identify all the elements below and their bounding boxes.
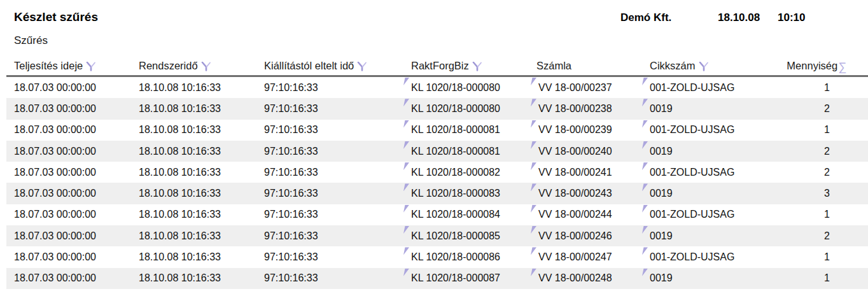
table-header-row: Teljesítés ideje Rendszeridő Kiállítástó… bbox=[6, 51, 868, 75]
cell-teljesites-ideje: 18.07.03 00:00:00 bbox=[6, 141, 125, 162]
cell-marker-icon[interactable] bbox=[531, 78, 536, 85]
filter-icon[interactable] bbox=[201, 62, 211, 71]
cell-cikkszam[interactable]: 0019 bbox=[640, 225, 767, 246]
cell-mennyiseg: 2 bbox=[767, 225, 868, 246]
filter-icon[interactable] bbox=[357, 62, 367, 71]
cell-marker-icon[interactable] bbox=[531, 247, 536, 255]
cell-marker-icon[interactable] bbox=[403, 99, 409, 106]
cell-cikkszam[interactable]: 001-ZOLD-UJSAG bbox=[640, 162, 767, 183]
cell-raktforgbiz[interactable]: KL 1020/18-000081 bbox=[401, 141, 528, 162]
cell-marker-icon[interactable] bbox=[642, 78, 648, 85]
cell-marker-icon[interactable] bbox=[642, 269, 648, 276]
cell-cikkszam[interactable]: 0019 bbox=[640, 268, 767, 289]
column-header-mennyiseg[interactable]: Mennyiség ∑ bbox=[767, 60, 868, 75]
cell-cikkszam[interactable]: 001-ZOLD-UJSAG bbox=[640, 246, 767, 267]
column-header-rendszerido[interactable]: Rendszeridő bbox=[125, 60, 249, 75]
table-row: 18.07.03 00:00:00 18.10.08 10:16:33 97:1… bbox=[6, 268, 868, 289]
cell-marker-icon[interactable] bbox=[531, 99, 536, 106]
report-time: 10:10 bbox=[778, 11, 805, 24]
cell-marker-icon[interactable] bbox=[642, 162, 648, 170]
cell-marker-icon[interactable] bbox=[531, 183, 536, 191]
cell-marker-icon[interactable] bbox=[642, 205, 648, 213]
cell-marker-icon[interactable] bbox=[531, 226, 536, 234]
cell-marker-icon[interactable] bbox=[642, 141, 648, 149]
cell-raktforgbiz[interactable]: KL 1020/18-000085 bbox=[401, 225, 528, 246]
cell-szamla[interactable]: VV 18-00/00237 bbox=[528, 77, 640, 98]
cell-marker-icon[interactable] bbox=[403, 141, 409, 149]
cell-marker-icon[interactable] bbox=[403, 269, 409, 276]
column-header-label: RaktForgBiz bbox=[411, 60, 469, 72]
cell-raktforgbiz[interactable]: KL 1020/18-000086 bbox=[401, 246, 528, 267]
cell-marker-icon[interactable] bbox=[403, 120, 409, 128]
cell-teljesites-ideje: 18.07.03 00:00:00 bbox=[6, 120, 125, 141]
column-header-raktforgbiz[interactable]: RaktForgBiz bbox=[401, 60, 528, 75]
cell-marker-icon[interactable] bbox=[642, 120, 648, 128]
cell-marker-icon[interactable] bbox=[403, 247, 409, 255]
table-row: 18.07.03 00:00:00 18.10.08 10:16:33 97:1… bbox=[6, 204, 868, 225]
table-row: 18.07.03 00:00:00 18.10.08 10:16:33 97:1… bbox=[6, 162, 868, 183]
sum-sigma-icon[interactable]: ∑ bbox=[838, 61, 846, 73]
cell-szamla[interactable]: VV 18-00/00243 bbox=[528, 183, 640, 204]
filter-icon[interactable] bbox=[86, 62, 96, 71]
column-header-teljesites-ideje[interactable]: Teljesítés ideje bbox=[6, 60, 125, 75]
cell-teljesites-ideje: 18.07.03 00:00:00 bbox=[6, 183, 125, 204]
table-row: 18.07.03 00:00:00 18.10.08 10:16:33 97:1… bbox=[6, 225, 868, 246]
cell-marker-icon[interactable] bbox=[642, 226, 648, 234]
cell-eltelt-ido: 97:10:16:33 bbox=[249, 98, 401, 119]
cell-eltelt-ido: 97:10:16:33 bbox=[249, 120, 401, 141]
cell-marker-icon[interactable] bbox=[531, 205, 536, 213]
cell-marker-icon[interactable] bbox=[531, 141, 536, 149]
column-header-label: Teljesítés ideje bbox=[14, 60, 83, 72]
cell-raktforgbiz[interactable]: KL 1020/18-000082 bbox=[401, 162, 528, 183]
cell-marker-icon[interactable] bbox=[403, 183, 409, 191]
cell-teljesites-ideje: 18.07.03 00:00:00 bbox=[6, 98, 125, 119]
cell-raktforgbiz[interactable]: KL 1020/18-000087 bbox=[401, 268, 528, 289]
cell-cikkszam[interactable]: 001-ZOLD-UJSAG bbox=[640, 204, 767, 225]
cell-raktforgbiz[interactable]: KL 1020/18-000081 bbox=[401, 120, 528, 141]
cell-eltelt-ido: 97:10:16:33 bbox=[249, 77, 401, 98]
cell-cikkszam[interactable]: 0019 bbox=[640, 183, 767, 204]
filter-icon[interactable] bbox=[472, 62, 482, 71]
table-body: 18.07.03 00:00:00 18.10.08 10:16:33 97:1… bbox=[0, 77, 868, 289]
cell-cikkszam[interactable]: 0019 bbox=[640, 141, 767, 162]
cell-marker-icon[interactable] bbox=[531, 120, 536, 128]
cell-marker-icon[interactable] bbox=[531, 162, 536, 170]
cell-cikkszam[interactable]: 001-ZOLD-UJSAG bbox=[640, 77, 767, 98]
cell-raktforgbiz[interactable]: KL 1020/18-000083 bbox=[401, 183, 528, 204]
cell-marker-icon[interactable] bbox=[403, 205, 409, 213]
cell-rendszerido: 18.10.08 10:16:33 bbox=[125, 183, 249, 204]
table-row: 18.07.03 00:00:00 18.10.08 10:16:33 97:1… bbox=[6, 120, 868, 141]
cell-marker-icon[interactable] bbox=[531, 269, 536, 276]
cell-mennyiseg: 2 bbox=[767, 141, 868, 162]
cell-szamla[interactable]: VV 18-00/00247 bbox=[528, 246, 640, 267]
cell-cikkszam[interactable]: 001-ZOLD-UJSAG bbox=[640, 120, 767, 141]
cell-mennyiseg: 2 bbox=[767, 98, 868, 119]
column-header-cikkszam[interactable]: Cikkszám bbox=[640, 60, 767, 75]
cell-raktforgbiz[interactable]: KL 1020/18-000080 bbox=[401, 98, 528, 119]
cell-marker-icon[interactable] bbox=[642, 247, 648, 255]
cell-szamla[interactable]: VV 18-00/00239 bbox=[528, 120, 640, 141]
cell-szamla[interactable]: VV 18-00/00244 bbox=[528, 204, 640, 225]
cell-marker-icon[interactable] bbox=[642, 183, 648, 191]
cell-raktforgbiz[interactable]: KL 1020/18-000080 bbox=[401, 77, 528, 98]
cell-szamla[interactable]: VV 18-00/00240 bbox=[528, 141, 640, 162]
filter-icon[interactable] bbox=[699, 62, 709, 71]
cell-marker-icon[interactable] bbox=[403, 226, 409, 234]
cell-szamla[interactable]: VV 18-00/00248 bbox=[528, 268, 640, 289]
company-name: Demó Kft. bbox=[620, 11, 671, 24]
column-header-kiallitastol-eltelt-ido[interactable]: Kiállítástól eltelt idő bbox=[249, 60, 401, 75]
cell-marker-icon[interactable] bbox=[403, 78, 409, 85]
cell-rendszerido: 18.10.08 10:16:33 bbox=[125, 162, 249, 183]
cell-szamla[interactable]: VV 18-00/00241 bbox=[528, 162, 640, 183]
column-header-szamla: Számla bbox=[528, 60, 640, 75]
cell-cikkszam[interactable]: 0019 bbox=[640, 98, 767, 119]
cell-rendszerido: 18.10.08 10:16:33 bbox=[125, 246, 249, 267]
table-row: 18.07.03 00:00:00 18.10.08 10:16:33 97:1… bbox=[6, 98, 868, 119]
cell-szamla[interactable]: VV 18-00/00238 bbox=[528, 98, 640, 119]
cell-szamla[interactable]: VV 18-00/00246 bbox=[528, 225, 640, 246]
cell-marker-icon[interactable] bbox=[403, 162, 409, 170]
cell-eltelt-ido: 97:10:16:33 bbox=[249, 141, 401, 162]
cell-marker-icon[interactable] bbox=[642, 99, 648, 106]
cell-eltelt-ido: 97:10:16:33 bbox=[249, 268, 401, 289]
cell-raktforgbiz[interactable]: KL 1020/18-000084 bbox=[401, 204, 528, 225]
